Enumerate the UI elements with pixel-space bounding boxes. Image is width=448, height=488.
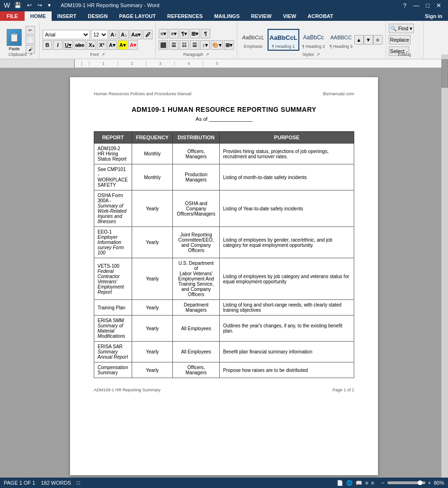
italic-btn[interactable]: I — [53, 40, 63, 50]
clear-format-btn[interactable]: 🖊 — [143, 30, 152, 39]
frequency-cell: Monthly — [132, 144, 173, 164]
align-justify-btn[interactable]: ☰ — [190, 40, 199, 50]
multilevel-btn[interactable]: ¶▾ — [179, 29, 189, 38]
style-emphasis-label: Emphasis — [244, 44, 263, 49]
showhide-btn[interactable]: ¶ — [201, 29, 210, 38]
tab-view[interactable]: VIEW — [277, 11, 302, 21]
frequency-cell: Monthly — [132, 164, 173, 190]
view-print-btn[interactable]: 📄 — [337, 480, 343, 485]
replace-btn[interactable]: Replace — [389, 35, 411, 45]
font-color-btn[interactable]: A▾ — [128, 40, 138, 50]
paragraph-group: ≡▾ ≡▾ ¶▾ ⊞▾ ¶ ⬛ ☰ ☷ ☰ ↕▾ 🎨▾ ⊞▾ Paragraph… — [156, 22, 237, 58]
report-cell: ADM109-2HR HiringStatus Report — [94, 144, 132, 164]
subscript-btn[interactable]: X₂ — [87, 40, 96, 50]
tab-review[interactable]: REVIEW — [245, 11, 277, 21]
style-heading2[interactable]: AaBbCc ¶ Heading 2 — [301, 29, 327, 50]
tab-acrobat[interactable]: ACROBAT — [302, 11, 339, 21]
tab-references[interactable]: REFERENCES — [161, 11, 208, 21]
align-left-btn[interactable]: ⬛ — [159, 40, 168, 50]
report-cell: VETS-100FederalContractorVeterans'Employ… — [94, 258, 132, 300]
purpose-cell: Listing of Year-to-date safety incidents — [220, 190, 354, 227]
bullets-btn[interactable]: ≡▾ — [159, 29, 168, 38]
bold-btn[interactable]: B — [43, 40, 52, 50]
zoom-in-btn[interactable]: + — [428, 480, 431, 485]
editing-label: Editing — [386, 52, 423, 57]
status-bar: PAGE 1 OF 1 182 WORDS □ 📄 🌐 📖 ≡ ≡ − + 80… — [0, 478, 448, 485]
font-shrink-btn[interactable]: A↓ — [119, 30, 129, 39]
distribution-cell: Officers, Managers — [173, 362, 220, 378]
qat-save[interactable]: 💾 — [13, 2, 23, 9]
page-footer-left: ADM109-1 HR Reporting Summary — [94, 388, 161, 392]
zoom-level[interactable]: 80% — [434, 480, 444, 485]
table-row: ERISA SMMSummary ofMaterialModifications… — [94, 316, 354, 342]
zoom-out-btn[interactable]: − — [381, 480, 384, 485]
style-heading1[interactable]: AaBbCcL ¶ Heading 1 — [268, 29, 299, 51]
layout-icon[interactable]: □ — [77, 480, 80, 485]
qat-undo[interactable]: ↩ — [26, 2, 33, 9]
sort-btn[interactable]: ⊞▾ — [190, 29, 200, 38]
change-case-btn[interactable]: Aa▾ — [130, 30, 142, 39]
frequency-cell: Yearly — [132, 342, 173, 362]
paste-button[interactable]: 📋 Paste — [5, 28, 24, 52]
frequency-cell: Yearly — [132, 258, 173, 300]
styles-scroll-down[interactable]: ▼ — [364, 35, 373, 45]
tab-file[interactable]: FILE — [0, 11, 25, 21]
tab-mailings[interactable]: MAILINGS — [208, 11, 245, 21]
frequency-cell: Yearly — [132, 362, 173, 378]
view-web-btn[interactable]: 🌐 — [346, 480, 353, 485]
font-size-select[interactable]: 12 — [91, 30, 108, 39]
vertical-scrollbar[interactable] — [441, 54, 448, 478]
signin-btn[interactable]: Sign in — [419, 11, 448, 21]
tab-home[interactable]: HOME — [25, 11, 52, 21]
status-right: 📄 🌐 📖 ≡ ≡ − + 80% — [337, 480, 444, 485]
distribution-cell: DepartmentManagers — [173, 300, 220, 316]
ruler: │ 1 2 3 4 5 — [0, 59, 448, 68]
tab-insert[interactable]: INSERT — [52, 11, 82, 21]
title-bar-left: W 💾 ↩ ↪ ▾ ADM109-1 HR Reporting Summary … — [4, 1, 160, 9]
highlight-btn[interactable]: A▾ — [118, 40, 127, 50]
frequency-cell: Yearly — [132, 227, 173, 258]
text-effect-btn[interactable]: A▾ — [108, 40, 117, 50]
style-h1-label: ¶ Heading 1 — [272, 44, 295, 49]
underline-btn[interactable]: U▾ — [63, 40, 73, 50]
view-draft-btn[interactable]: ≡ — [371, 480, 374, 485]
align-right-btn[interactable]: ☷ — [179, 40, 189, 50]
tab-design[interactable]: DESIGN — [82, 11, 113, 21]
title-bar-controls: ? — □ ✕ — [400, 2, 444, 9]
font-name-select[interactable]: Arial — [43, 30, 90, 39]
ribbon-content: 📋 Paste ✂ 📄 🖌 Clipboard ↗ Arial 12 A↑ A↓… — [0, 21, 448, 59]
style-emphasis[interactable]: AaBbCcL Emphasis — [240, 29, 266, 50]
close-btn[interactable]: ✕ — [433, 2, 444, 9]
help-btn[interactable]: ? — [400, 2, 409, 9]
find-btn[interactable]: 🔍 Find ▾ — [389, 24, 414, 33]
scrollbar-thumb[interactable] — [441, 59, 448, 88]
paragraph-label: Paragraph ↗ — [156, 52, 237, 57]
shading-btn[interactable]: 🎨▾ — [211, 40, 223, 50]
font-grow-btn[interactable]: A↑ — [109, 30, 118, 39]
align-center-btn[interactable]: ☰ — [169, 40, 179, 50]
qat-dropdown[interactable]: ▾ — [46, 2, 52, 9]
tab-pagelayout[interactable]: PAGE LAYOUT — [113, 11, 161, 21]
style-heading3[interactable]: AABBCC ¶ Heading 3 — [328, 29, 354, 50]
superscript-btn[interactable]: X² — [97, 40, 107, 50]
page-header-left: Human Resources Policies and Procedures … — [94, 91, 191, 96]
report-table: REPORT FREQUENCY DISTRIBUTION PURPOSE AD… — [94, 131, 354, 378]
minimize-btn[interactable]: — — [410, 2, 422, 9]
styles-scroll-up[interactable]: ▲ — [354, 35, 364, 45]
zoom-slider[interactable] — [387, 481, 425, 484]
strikethrough-btn[interactable]: abc — [74, 40, 86, 50]
styles-more[interactable]: ≡ — [373, 35, 383, 45]
page-footer-right: Page 1 of 1 — [332, 388, 354, 392]
line-spacing-btn[interactable]: ↕▾ — [200, 40, 210, 50]
cut-button[interactable]: ✂ — [26, 26, 35, 35]
view-read-btn[interactable]: 📖 — [356, 480, 362, 485]
zoom-thumb[interactable] — [418, 480, 422, 485]
copy-button[interactable]: 📄 — [26, 36, 35, 44]
maximize-btn[interactable]: □ — [423, 2, 432, 9]
numbering-btn[interactable]: ≡▾ — [169, 29, 179, 38]
borders-btn[interactable]: ⊞▾ — [224, 40, 234, 50]
qat-redo[interactable]: ↪ — [36, 2, 44, 9]
report-cell: CompensationSummary — [94, 362, 132, 378]
title-bar: W 💾 ↩ ↪ ▾ ADM109-1 HR Reporting Summary … — [0, 0, 448, 10]
view-outline-btn[interactable]: ≡ — [365, 480, 368, 485]
